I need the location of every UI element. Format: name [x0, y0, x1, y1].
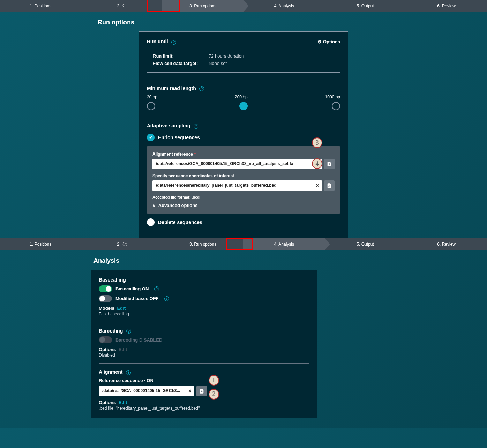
annotation-2: 2 [209, 389, 219, 400]
stepper-bottom: 1. Positions 2. Kit 3. Run options 4. An… [0, 238, 487, 250]
page-title-run-options: Run options [98, 19, 487, 26]
slider-handle-20[interactable] [147, 102, 155, 110]
run-until-box: Run limit: 72 hours duration Flow cell d… [147, 49, 340, 73]
run-limit-key: Run limit: [153, 53, 209, 59]
alignment-ref-value: /data/references/GCA_000001405.15_GRCh38… [156, 161, 293, 166]
options-button-label: Options [323, 39, 340, 44]
radio-unchecked-icon [147, 218, 155, 226]
annotation-3: 3 [312, 137, 322, 148]
ref-sequence-value: /data/re.../GCA_000001405.15_GRCh3... [102, 388, 180, 393]
modified-bases-toggle[interactable] [99, 295, 112, 302]
models-edit-link[interactable]: Edit [117, 306, 126, 311]
required-star-icon: * [194, 152, 196, 157]
enrich-sequences-radio[interactable]: Enrich sequences [147, 134, 340, 141]
step-review[interactable]: 6. Review [406, 0, 487, 12]
slider-mid: 200 bp [235, 95, 248, 99]
slider-labels: 20 bp 200 bp 1000 bp [147, 95, 340, 99]
file-search-icon [327, 161, 332, 167]
help-icon[interactable]: ? [126, 370, 131, 375]
help-icon[interactable]: ? [194, 124, 198, 129]
coords-input[interactable]: /data/references/hereditary_panel_just_t… [152, 180, 322, 191]
page-title-analysis: Analysis [93, 257, 487, 264]
slider-handle-200[interactable] [239, 102, 248, 110]
step-run-options[interactable]: 3. Run options [162, 238, 244, 250]
barcoding-options-value: Disabled [99, 353, 309, 358]
alignment-ref-input[interactable]: /data/references/GCA_000001405.15_GRCh38… [152, 159, 322, 169]
advanced-label: Advanced options [158, 203, 198, 208]
radio-checked-icon [147, 134, 155, 141]
divider [147, 117, 340, 117]
help-icon[interactable]: ? [126, 329, 131, 334]
chevron-down-icon: ∨ [152, 203, 156, 208]
adaptive-label: Adaptive sampling [147, 123, 190, 128]
flow-cell-val: None set [209, 61, 227, 66]
read-length-slider[interactable] [147, 101, 340, 111]
step-kit[interactable]: 2. Kit [81, 238, 163, 250]
barcoding-toggle [99, 336, 112, 343]
slider-high: 1000 bp [325, 95, 340, 99]
browse-button[interactable] [324, 159, 335, 169]
coords-label: Specify sequence coordinates of interest [152, 173, 335, 178]
step-positions[interactable]: 1. Positions [0, 0, 81, 12]
clear-icon[interactable]: × [188, 388, 192, 394]
slider-low: 20 bp [147, 95, 157, 99]
alignment-options-label: Options [99, 400, 116, 405]
alignment-ref-label: Alignment reference [152, 152, 193, 157]
flow-cell-key: Flow cell data target: [153, 61, 209, 66]
deplete-sequences-radio[interactable]: Deplete sequences [147, 218, 340, 226]
help-icon[interactable]: ? [164, 296, 169, 301]
min-read-label: Minimum read length [147, 85, 196, 91]
browse-button[interactable] [196, 386, 207, 396]
ref-sequence-label: Reference sequence · ON [99, 378, 309, 383]
barcoding-disabled-label: Barcoding DISABLED [115, 337, 162, 343]
run-limit-val: 72 hours duration [209, 53, 244, 59]
alignment-edit-link[interactable]: Edit [119, 400, 127, 405]
deplete-label: Deplete sequences [158, 219, 202, 225]
step-review[interactable]: 6. Review [406, 238, 487, 250]
divider [99, 322, 309, 322]
bed-file-value: .bed file: "hereditary_panel_just_target… [99, 406, 309, 411]
browse-button[interactable] [324, 180, 335, 191]
models-label: Models [99, 306, 114, 311]
step-analysis[interactable]: 4. Analysis [244, 238, 325, 250]
modified-bases-label: Modified bases OFF [115, 296, 159, 301]
gear-icon [317, 39, 322, 44]
divider [147, 80, 340, 80]
step-output[interactable]: 5. Output [325, 0, 406, 12]
annotation-1: 1 [209, 375, 219, 386]
alignment-heading: Alignment [99, 369, 122, 375]
basecalling-on-label: Basecalling ON [115, 286, 149, 291]
stepper-top: 1. Positions 2. Kit 3. Run options 4. An… [0, 0, 487, 12]
slider-handle-1000[interactable] [332, 102, 340, 110]
file-search-icon [327, 183, 332, 188]
divider [99, 363, 309, 364]
accepted-format: Accepted file format: .bed [152, 195, 335, 199]
help-icon[interactable]: ? [199, 86, 204, 91]
enrich-label: Enrich sequences [158, 135, 200, 140]
models-value: Fast basecalling [99, 312, 309, 316]
step-run-options[interactable]: 3. Run options [162, 0, 244, 12]
step-output[interactable]: 5. Output [325, 238, 406, 250]
annotation-4: 4 [312, 158, 322, 169]
advanced-options-toggle[interactable]: ∨ Advanced options [152, 203, 335, 208]
run-options-panel: Run until ? Options Run limit: 72 hours … [139, 31, 348, 238]
help-icon[interactable]: ? [154, 286, 159, 291]
help-icon[interactable]: ? [171, 40, 176, 45]
step-positions[interactable]: 1. Positions [0, 238, 81, 250]
barcoding-options-label: Options [99, 347, 116, 352]
barcoding-heading: Barcoding [99, 328, 123, 334]
basecalling-heading: Basecalling [99, 277, 309, 283]
enrich-block: Alignment reference * /data/references/G… [147, 146, 340, 214]
step-analysis[interactable]: 4. Analysis [244, 0, 325, 12]
step-kit[interactable]: 2. Kit [81, 0, 163, 12]
file-search-icon [199, 388, 204, 394]
ref-sequence-input[interactable]: /data/re.../GCA_000001405.15_GRCh3... × [99, 386, 194, 396]
clear-icon[interactable]: × [316, 182, 319, 189]
options-button[interactable]: Options [317, 39, 340, 44]
basecalling-toggle[interactable] [99, 285, 112, 292]
coords-value: /data/references/hereditary_panel_just_t… [156, 183, 276, 188]
run-until-label: Run until [147, 39, 168, 44]
analysis-panel: Basecalling Basecalling ON ? Modified ba… [91, 270, 317, 418]
barcoding-edit-link: Edit [119, 347, 127, 352]
